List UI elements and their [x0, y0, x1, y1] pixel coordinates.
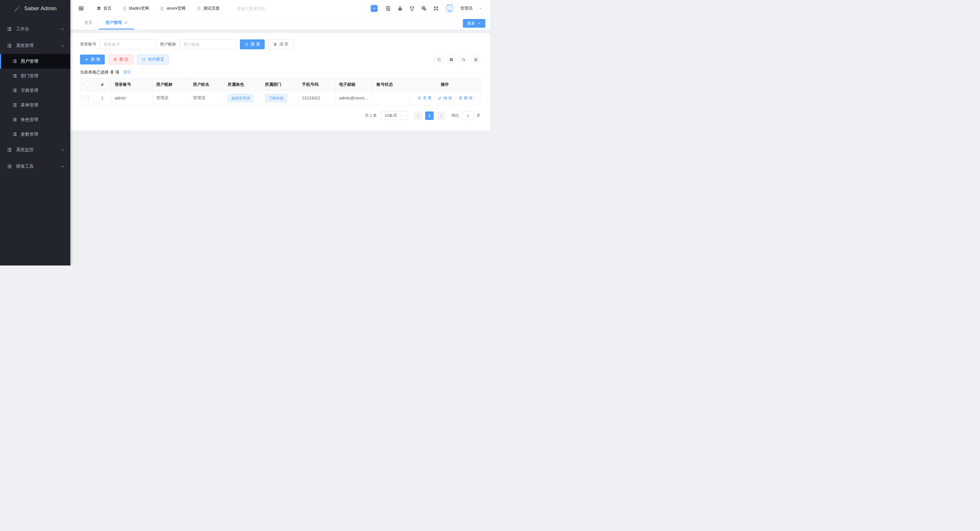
document-icon	[196, 6, 201, 11]
dept-badge[interactable]: 刀锋科技	[265, 94, 287, 102]
reset-password-button[interactable]: 密码重置	[137, 54, 169, 65]
translate-icon[interactable]	[421, 6, 427, 11]
navbar-search-input[interactable]	[236, 6, 293, 11]
selection-info: 当前表格已选择 0 项 清空	[80, 70, 480, 75]
lock-icon[interactable]	[397, 6, 403, 11]
chevron-down-icon	[60, 27, 65, 31]
account-field-label: 登录账号	[80, 42, 96, 47]
list-doc-icon	[474, 57, 478, 62]
add-button[interactable]: 新 增	[80, 54, 105, 65]
sidebar-item-system-monitor[interactable]: 系统监控	[0, 141, 70, 158]
sidebar-item-user-mgmt[interactable]: 用户管理	[0, 54, 70, 68]
page-size-select[interactable]: 10条/页	[381, 111, 407, 120]
row-checkbox[interactable]	[84, 96, 89, 101]
hamburger-icon[interactable]	[78, 5, 84, 12]
topnav-collapse-toggle-button[interactable]	[369, 3, 379, 13]
clipboard-wrench-icon[interactable]	[385, 6, 391, 11]
close-icon[interactable]	[124, 21, 128, 24]
menu-list-icon	[6, 26, 12, 32]
chevron-left-icon	[417, 114, 420, 117]
view-link[interactable]: 查 看	[417, 95, 432, 101]
page-size-value: 10条/页	[385, 113, 398, 118]
goto-page: 前往 页	[452, 111, 480, 120]
page-number-button[interactable]: 1	[425, 111, 434, 120]
chevron-down-icon[interactable]	[479, 6, 482, 10]
edit-link[interactable]: 编 辑	[438, 95, 452, 101]
pagination: 共 1 条 10条/页 1 前往 页	[80, 111, 480, 120]
avatar[interactable]	[445, 4, 454, 13]
sidebar-item-label: 部门管理	[21, 73, 70, 79]
account-field[interactable]	[100, 40, 156, 49]
main-area: 首页 bladex官网 avuex官网 测试页面	[70, 0, 490, 266]
column-header-actions: 操作	[410, 78, 480, 91]
nickname-field[interactable]	[180, 40, 236, 49]
refresh-icon	[437, 57, 441, 62]
more-button[interactable]: 更多	[463, 19, 485, 28]
sidebar-item-dev-tools[interactable]: 研发工具	[0, 158, 70, 175]
plus-icon	[84, 57, 89, 62]
sidebar-submenu-system-mgmt: 用户管理 部门管理 字典管理 菜单管理 角色管理	[0, 54, 70, 141]
topmenu-item-test-page[interactable]: 测试页面	[196, 6, 220, 11]
column-header-email: 电子邮箱	[336, 78, 373, 91]
tab-label: 用户管理	[105, 20, 122, 25]
clear-button[interactable]: 清 空	[269, 40, 293, 49]
sidebar-item-workbench[interactable]: 工作台	[0, 21, 70, 37]
sidebar-item-menu-mgmt[interactable]: 菜单管理	[0, 98, 70, 112]
dagger-icon	[14, 5, 21, 12]
tab-user-mgmt[interactable]: 用户管理	[99, 17, 134, 29]
content-area: 登录账号 用户昵称 搜 索 清 空	[70, 29, 490, 266]
refresh-table-button[interactable]	[434, 55, 444, 64]
sidebar-item-label: 菜单管理	[21, 102, 70, 108]
table-density-button[interactable]	[471, 55, 480, 64]
user-name[interactable]: 管理员	[460, 6, 473, 11]
theme-shirt-icon[interactable]	[409, 6, 415, 11]
column-settings-button[interactable]	[447, 55, 456, 64]
delete-link[interactable]: 删 除	[458, 95, 473, 101]
clear-selection-link[interactable]: 清空	[123, 70, 131, 75]
goto-suffix: 页	[477, 113, 480, 118]
topmenu-item-bladex-site[interactable]: bladex官网	[122, 6, 149, 11]
topmenu-item-home[interactable]: 首页	[97, 6, 111, 11]
filter-form: 登录账号 用户昵称 搜 索 清 空	[80, 40, 480, 49]
delete-button-label: 删 除	[119, 57, 129, 62]
goto-page-input[interactable]	[462, 111, 474, 120]
column-header-nickname: 用户昵称	[153, 78, 189, 91]
sidebar-item-system-mgmt[interactable]: 系统管理	[0, 37, 70, 54]
menu-list-icon	[12, 102, 17, 108]
delete-button[interactable]: 删 除	[108, 54, 134, 65]
column-header-name: 用户姓名	[189, 78, 224, 91]
grid-icon	[449, 57, 453, 62]
sidebar-item-dict-mgmt[interactable]: 字典管理	[0, 83, 70, 98]
sidebar-menu: 工作台 系统管理 用户管理 部门管理 字典管理	[0, 17, 70, 175]
toggle-search-button[interactable]	[459, 55, 468, 64]
select-all-checkbox[interactable]	[84, 82, 89, 87]
sidebar-item-label: 参数管理	[21, 132, 70, 137]
tab-home[interactable]: 首页	[78, 17, 99, 29]
reset-password-button-label: 密码重置	[148, 57, 164, 62]
cell-index: 1	[94, 91, 111, 105]
selection-prefix: 当前表格已选择	[80, 70, 108, 75]
goto-prefix: 前往	[452, 113, 459, 118]
edit-link-label: 编 辑	[443, 95, 452, 101]
document-icon	[122, 6, 127, 11]
topmenu-item-avuex-site[interactable]: avuex官网	[160, 6, 186, 11]
next-page-button[interactable]	[437, 111, 445, 120]
sidebar-item-dept-mgmt[interactable]: 部门管理	[0, 68, 70, 83]
grid-icon	[97, 6, 101, 11]
chevron-up-icon	[60, 44, 65, 48]
prev-page-button[interactable]	[414, 111, 422, 120]
sidebar-item-label: 角色管理	[21, 117, 70, 122]
sidebar-item-param-mgmt[interactable]: 参数管理	[0, 127, 70, 141]
sidebar-item-label: 工作台	[16, 26, 60, 32]
fullscreen-icon[interactable]	[433, 6, 439, 11]
tab-bar: 首页 用户管理 更多	[70, 17, 490, 29]
edit-pencil-icon	[438, 96, 442, 100]
search-icon	[461, 57, 466, 62]
toolbar-right	[434, 55, 480, 64]
search-button[interactable]: 搜 索	[240, 40, 265, 49]
app-logo[interactable]: Saber Admin	[0, 0, 70, 17]
sidebar-item-role-mgmt[interactable]: 角色管理	[0, 112, 70, 127]
role-badge[interactable]: 超级管理员	[228, 94, 254, 102]
sidebar: Saber Admin 工作台 系统管理 用户管理 部门管理	[0, 0, 70, 266]
menu-list-icon	[12, 132, 17, 137]
